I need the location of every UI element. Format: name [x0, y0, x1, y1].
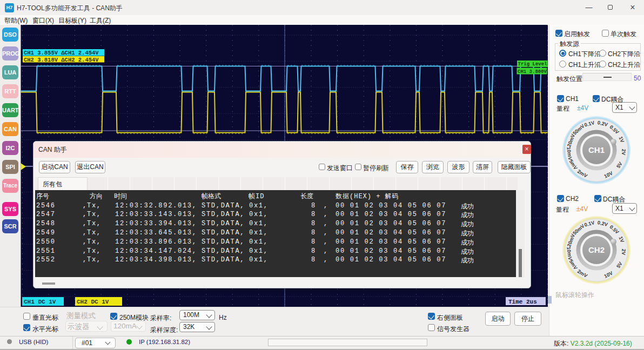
svg-text:CH2: CH2: [588, 245, 605, 254]
svg-text:CH2 3.818V ΔCH2 2.454V: CH2 3.818V ΔCH2 2.454V: [24, 57, 99, 63]
svg-text:CH1: CH1: [588, 145, 605, 154]
svg-text:CH2 DC 1V: CH2 DC 1V: [77, 299, 109, 305]
svg-text:2V: 2V: [621, 149, 627, 156]
svg-text:CH1 3.800V: CH1 3.800V: [518, 69, 547, 75]
svg-text:CH1 3.855V ΔCH1 2.454V: CH1 3.855V ΔCH1 2.454V: [24, 50, 99, 56]
svg-text:Time 2us: Time 2us: [508, 299, 537, 305]
svg-text:Trig Level: Trig Level: [518, 62, 548, 67]
svg-text:CH1 DC 1V: CH1 DC 1V: [24, 299, 56, 305]
svg-text:2V: 2V: [621, 248, 627, 255]
